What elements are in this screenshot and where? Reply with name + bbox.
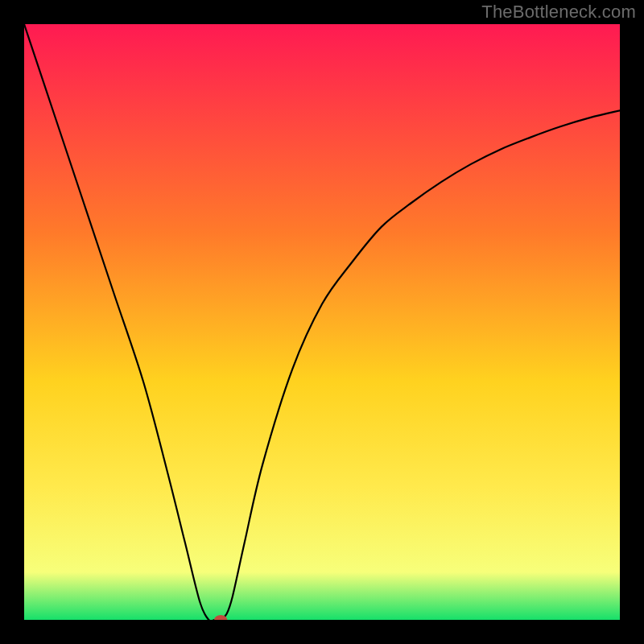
- watermark-text: TheBottleneck.com: [481, 2, 636, 23]
- chart-frame: TheBottleneck.com: [0, 0, 644, 644]
- plot-svg: [24, 24, 620, 620]
- gradient-background: [24, 24, 620, 620]
- plot-area: [24, 24, 620, 620]
